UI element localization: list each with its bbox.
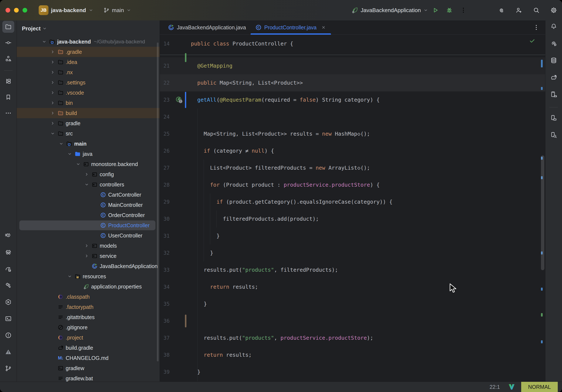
line-number[interactable]: 31: [160, 233, 174, 239]
editor-scrollbar[interactable]: [541, 155, 544, 270]
tree-item-maincontroller[interactable]: CMainController: [17, 200, 160, 210]
code-line-14[interactable]: 14public class ProductController {: [160, 35, 545, 52]
code-line-22[interactable]: 22 public Map<String, List<Product>>: [160, 74, 545, 91]
tree-item-monostore-backend[interactable]: monostore.backend: [17, 159, 160, 169]
branch-widget[interactable]: main: [104, 7, 131, 14]
toolwindow-warning-triangle-button[interactable]: [2, 346, 14, 358]
tree-item-main[interactable]: main: [17, 139, 160, 149]
tree-item-gradle[interactable]: .gradle: [17, 47, 160, 57]
line-number[interactable]: 28: [160, 182, 174, 188]
chevron-down-icon[interactable]: [59, 141, 66, 146]
code-line-21[interactable]: 21 @GetMapping: [160, 57, 545, 74]
code-line-32[interactable]: 32 }: [160, 244, 545, 261]
tree-item-factorypath[interactable]: .factorypath: [17, 302, 160, 312]
tree-item-java[interactable]: java: [17, 149, 160, 159]
toolwindow-gradle-button[interactable]: [548, 71, 560, 83]
minimize-window-button[interactable]: [14, 8, 19, 12]
code-line-36[interactable]: 36: [160, 312, 545, 330]
chevron-down-icon[interactable]: [67, 151, 75, 156]
chevron-down-icon[interactable]: [42, 26, 47, 31]
caret-position[interactable]: 22:1: [490, 384, 500, 390]
toolwindow-incognito-button[interactable]: [2, 246, 14, 258]
chevron-right-icon[interactable]: [50, 100, 58, 106]
toolwindow-structure-shapes-button[interactable]: [2, 53, 14, 65]
tab-options-kebab-button[interactable]: [532, 23, 541, 32]
tree-item-cartcontroller[interactable]: CCartController: [17, 190, 160, 200]
editor-tab-productcontroller-java[interactable]: CProductController.java: [251, 20, 331, 35]
code-line-30[interactable]: 30 filteredProducts.add(product);: [160, 211, 545, 227]
line-number[interactable]: 30: [160, 216, 174, 222]
code-line-27[interactable]: 27 List<Product> filteredProducts = new …: [160, 159, 545, 177]
code-line-37[interactable]: 37 results.put("products", productServic…: [160, 330, 545, 346]
line-number[interactable]: 34: [160, 284, 174, 290]
tree-item-classpath[interactable]: .classpath: [17, 292, 160, 302]
toolwindow-bookmarks-button[interactable]: [2, 91, 14, 103]
code-line-24[interactable]: 24: [160, 108, 545, 125]
tree-item-java-backend[interactable]: java-backend~/Github/java-backend: [17, 36, 160, 47]
tree-item-project[interactable]: .project: [17, 333, 160, 343]
toolwindow-hierarchy-button[interactable]: [2, 75, 14, 87]
tree-item-usercontroller[interactable]: CUserController: [17, 230, 160, 241]
tree-item-changelog-md[interactable]: M↓CHANGELOG.md: [17, 353, 160, 363]
chevron-right-icon[interactable]: [50, 49, 58, 54]
tree-item-application-properties[interactable]: application.properties: [17, 282, 160, 292]
tree-item-build-gradle[interactable]: build.gradle: [17, 343, 160, 353]
close-tab-icon[interactable]: [321, 25, 326, 30]
tree-item-nx[interactable]: .nx: [17, 67, 160, 77]
line-number[interactable]: 22: [160, 80, 174, 86]
chevron-right-icon[interactable]: [50, 80, 58, 85]
chevron-right-icon[interactable]: [84, 172, 92, 177]
add-user-button[interactable]: [515, 7, 522, 14]
code-line-26[interactable]: 26 if (category ≠ null) {: [160, 143, 545, 159]
inspection-ok-icon[interactable]: [529, 38, 535, 44]
line-number[interactable]: 37: [160, 335, 174, 341]
tree-item-config[interactable]: config: [17, 169, 160, 179]
close-window-button[interactable]: [6, 8, 10, 12]
chevron-right-icon[interactable]: [84, 243, 92, 248]
code-line-29[interactable]: 29 if (product.getCategory().equalsIgnor…: [160, 193, 545, 211]
tree-item-vscode[interactable]: .vscode: [17, 88, 160, 98]
toolwindow-dash-cat-button[interactable]: [2, 230, 14, 242]
run-config-widget[interactable]: JavaBackendApplication: [351, 7, 428, 14]
line-number[interactable]: 23: [160, 97, 174, 103]
toolwindow-more-tools-button[interactable]: [2, 107, 14, 119]
code-editor[interactable]: 14public class ProductController {21 @Ge…: [160, 35, 545, 381]
line-number[interactable]: 39: [160, 369, 174, 375]
tree-item-resources[interactable]: resources: [17, 271, 160, 282]
chevron-down-icon[interactable]: [84, 182, 92, 187]
more-options-kebab-button[interactable]: [459, 6, 468, 15]
toolwindow-commit-button[interactable]: [2, 37, 14, 49]
toolwindow-ai-chat-button[interactable]: [548, 37, 560, 49]
toolwindow-notifications-bell-button[interactable]: [548, 20, 560, 32]
chevron-down-icon[interactable]: [42, 39, 49, 44]
code-line-33[interactable]: 33 results.put("products", filteredProdu…: [160, 261, 545, 278]
line-number[interactable]: 26: [160, 148, 174, 154]
tree-item-controllers[interactable]: controllers: [17, 179, 160, 190]
line-number[interactable]: 24: [160, 114, 174, 120]
tree-item-idea[interactable]: .idea: [17, 57, 160, 67]
toolwindow-problems-button[interactable]: [2, 329, 14, 341]
tree-item-bin[interactable]: bin: [17, 98, 160, 108]
line-number[interactable]: 36: [160, 318, 174, 324]
chevron-right-icon[interactable]: [84, 253, 92, 259]
line-number[interactable]: 29: [160, 199, 174, 205]
toolwindow-device-manager-button[interactable]: [548, 112, 560, 124]
toolwindow-git-branch-button[interactable]: [2, 362, 14, 374]
toolwindow-build-hammer-button[interactable]: [2, 280, 14, 291]
line-number[interactable]: 32: [160, 250, 174, 256]
gutter-slot[interactable]: [174, 96, 185, 104]
line-number[interactable]: 33: [160, 267, 174, 273]
chevron-right-icon[interactable]: [50, 110, 58, 116]
toolwindow-project-folder-button[interactable]: [2, 21, 14, 33]
tree-item-gitattributes[interactable]: .gitattributes: [17, 312, 160, 322]
code-line-31[interactable]: 31 }: [160, 227, 545, 244]
chevron-down-icon[interactable]: [67, 274, 75, 279]
search-button[interactable]: [533, 7, 540, 14]
toolwindow-device-explorer-button[interactable]: [548, 129, 560, 141]
chevron-down-icon[interactable]: [76, 162, 83, 167]
run-play-button[interactable]: [431, 6, 440, 15]
editor-tab-javabackendapplication-java[interactable]: JavaBackendApplication.java: [163, 20, 251, 35]
chevron-right-icon[interactable]: [50, 59, 58, 65]
chevron-right-icon[interactable]: [50, 70, 58, 75]
folded-region-separator[interactable]: [160, 52, 545, 57]
